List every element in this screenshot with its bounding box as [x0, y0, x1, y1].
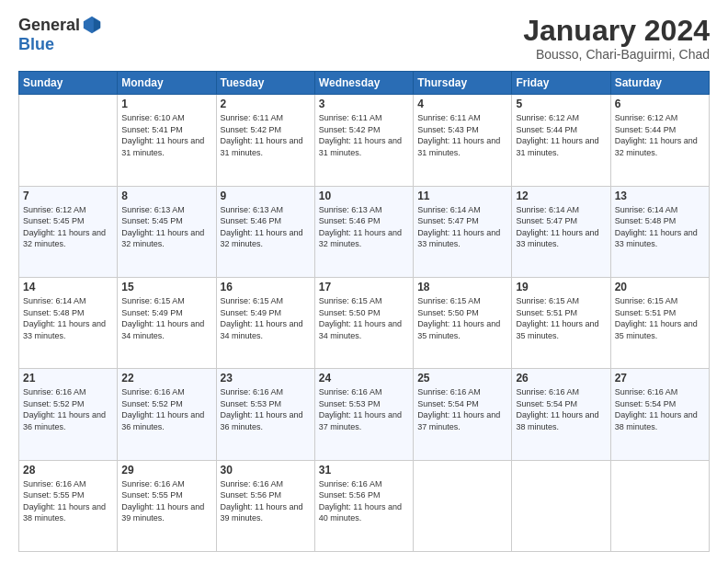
logo-icon	[82, 15, 102, 35]
cell-info: Sunrise: 6:11 AMSunset: 5:43 PMDaylight:…	[417, 113, 500, 157]
cell-info: Sunrise: 6:16 AMSunset: 5:56 PMDaylight:…	[319, 479, 402, 523]
calendar-cell: 12Sunrise: 6:14 AMSunset: 5:47 PMDayligh…	[512, 186, 610, 277]
day-number: 16	[221, 281, 311, 293]
day-number: 2	[221, 98, 311, 110]
cell-info: Sunrise: 6:14 AMSunset: 5:48 PMDaylight:…	[23, 296, 106, 340]
calendar-cell: 29Sunrise: 6:16 AMSunset: 5:55 PMDayligh…	[118, 460, 216, 551]
weekday-header-thursday: Thursday	[414, 72, 512, 95]
calendar-cell: 19Sunrise: 6:15 AMSunset: 5:51 PMDayligh…	[512, 277, 610, 368]
cell-info: Sunrise: 6:14 AMSunset: 5:48 PMDaylight:…	[615, 205, 698, 249]
calendar-week-1: 1Sunrise: 6:10 AMSunset: 5:41 PMDaylight…	[19, 95, 710, 186]
day-number: 7	[23, 190, 113, 202]
calendar-cell: 5Sunrise: 6:12 AMSunset: 5:44 PMDaylight…	[512, 95, 610, 186]
calendar-cell: 31Sunrise: 6:16 AMSunset: 5:56 PMDayligh…	[314, 460, 413, 551]
day-number: 29	[121, 464, 211, 477]
logo: General Blue	[18, 15, 102, 54]
day-number: 4	[417, 98, 507, 110]
cell-info: Sunrise: 6:16 AMSunset: 5:56 PMDaylight:…	[221, 479, 303, 523]
day-number: 14	[23, 281, 113, 293]
cell-info: Sunrise: 6:12 AMSunset: 5:44 PMDaylight:…	[516, 113, 598, 157]
cell-info: Sunrise: 6:16 AMSunset: 5:55 PMDaylight:…	[121, 479, 204, 523]
cell-info: Sunrise: 6:13 AMSunset: 5:45 PMDaylight:…	[121, 205, 204, 249]
page: General Blue January 2024 Bousso, Chari-…	[0, 0, 728, 563]
day-number: 11	[417, 190, 507, 202]
logo-blue-text: Blue	[18, 35, 54, 54]
month-title: January 2024	[523, 15, 710, 47]
calendar-week-3: 14Sunrise: 6:14 AMSunset: 5:48 PMDayligh…	[19, 277, 710, 368]
calendar-week-5: 28Sunrise: 6:16 AMSunset: 5:55 PMDayligh…	[19, 460, 710, 551]
location-subtitle: Bousso, Chari-Baguirmi, Chad	[523, 47, 710, 62]
weekday-header-tuesday: Tuesday	[216, 72, 314, 95]
day-number: 31	[319, 464, 409, 477]
cell-info: Sunrise: 6:12 AMSunset: 5:44 PMDaylight:…	[615, 113, 698, 157]
calendar-cell: 23Sunrise: 6:16 AMSunset: 5:53 PMDayligh…	[216, 369, 314, 460]
cell-info: Sunrise: 6:16 AMSunset: 5:52 PMDaylight:…	[23, 387, 106, 431]
day-number: 27	[615, 372, 705, 385]
calendar-cell: 3Sunrise: 6:11 AMSunset: 5:42 PMDaylight…	[314, 95, 413, 186]
cell-info: Sunrise: 6:15 AMSunset: 5:50 PMDaylight:…	[319, 296, 402, 340]
day-number: 28	[23, 464, 113, 477]
calendar-cell: 14Sunrise: 6:14 AMSunset: 5:48 PMDayligh…	[19, 277, 118, 368]
day-number: 20	[615, 281, 705, 293]
cell-info: Sunrise: 6:13 AMSunset: 5:46 PMDaylight:…	[221, 205, 303, 249]
cell-info: Sunrise: 6:11 AMSunset: 5:42 PMDaylight:…	[319, 113, 402, 157]
calendar-table: SundayMondayTuesdayWednesdayThursdayFrid…	[18, 71, 710, 552]
cell-info: Sunrise: 6:16 AMSunset: 5:52 PMDaylight:…	[121, 387, 204, 431]
cell-info: Sunrise: 6:12 AMSunset: 5:45 PMDaylight:…	[23, 205, 106, 249]
calendar-cell: 4Sunrise: 6:11 AMSunset: 5:43 PMDaylight…	[414, 95, 512, 186]
cell-info: Sunrise: 6:14 AMSunset: 5:47 PMDaylight:…	[516, 205, 598, 249]
cell-info: Sunrise: 6:11 AMSunset: 5:42 PMDaylight:…	[221, 113, 303, 157]
calendar-cell: 30Sunrise: 6:16 AMSunset: 5:56 PMDayligh…	[216, 460, 314, 551]
calendar-cell: 6Sunrise: 6:12 AMSunset: 5:44 PMDaylight…	[610, 95, 709, 186]
logo-general-text: General	[18, 16, 80, 35]
cell-info: Sunrise: 6:13 AMSunset: 5:46 PMDaylight:…	[319, 205, 402, 249]
cell-info: Sunrise: 6:15 AMSunset: 5:50 PMDaylight:…	[417, 296, 500, 340]
calendar-cell	[414, 460, 512, 551]
calendar-cell: 9Sunrise: 6:13 AMSunset: 5:46 PMDaylight…	[216, 186, 314, 277]
calendar-week-2: 7Sunrise: 6:12 AMSunset: 5:45 PMDaylight…	[19, 186, 710, 277]
day-number: 26	[516, 372, 606, 385]
calendar-week-4: 21Sunrise: 6:16 AMSunset: 5:52 PMDayligh…	[19, 369, 710, 460]
calendar-cell: 26Sunrise: 6:16 AMSunset: 5:54 PMDayligh…	[512, 369, 610, 460]
calendar-cell: 1Sunrise: 6:10 AMSunset: 5:41 PMDaylight…	[118, 95, 216, 186]
cell-info: Sunrise: 6:16 AMSunset: 5:53 PMDaylight:…	[319, 387, 402, 431]
day-number: 9	[221, 190, 311, 202]
calendar-cell: 18Sunrise: 6:15 AMSunset: 5:50 PMDayligh…	[414, 277, 512, 368]
cell-info: Sunrise: 6:16 AMSunset: 5:53 PMDaylight:…	[221, 387, 303, 431]
calendar-cell: 2Sunrise: 6:11 AMSunset: 5:42 PMDaylight…	[216, 95, 314, 186]
calendar-cell: 7Sunrise: 6:12 AMSunset: 5:45 PMDaylight…	[19, 186, 118, 277]
cell-info: Sunrise: 6:10 AMSunset: 5:41 PMDaylight:…	[121, 113, 204, 157]
weekday-header-wednesday: Wednesday	[314, 72, 413, 95]
calendar-cell: 16Sunrise: 6:15 AMSunset: 5:49 PMDayligh…	[216, 277, 314, 368]
cell-info: Sunrise: 6:15 AMSunset: 5:51 PMDaylight:…	[516, 296, 598, 340]
day-number: 8	[121, 190, 211, 202]
day-number: 10	[319, 190, 409, 202]
title-block: January 2024 Bousso, Chari-Baguirmi, Cha…	[523, 15, 710, 62]
day-number: 1	[121, 98, 211, 110]
calendar-cell: 24Sunrise: 6:16 AMSunset: 5:53 PMDayligh…	[314, 369, 413, 460]
weekday-header-sunday: Sunday	[19, 72, 118, 95]
calendar-cell: 17Sunrise: 6:15 AMSunset: 5:50 PMDayligh…	[314, 277, 413, 368]
day-number: 23	[221, 372, 311, 385]
day-number: 30	[221, 464, 311, 477]
cell-info: Sunrise: 6:16 AMSunset: 5:54 PMDaylight:…	[615, 387, 698, 431]
calendar-cell: 25Sunrise: 6:16 AMSunset: 5:54 PMDayligh…	[414, 369, 512, 460]
day-number: 21	[23, 372, 113, 385]
calendar-cell: 8Sunrise: 6:13 AMSunset: 5:45 PMDaylight…	[118, 186, 216, 277]
day-number: 15	[121, 281, 211, 293]
cell-info: Sunrise: 6:15 AMSunset: 5:49 PMDaylight:…	[121, 296, 204, 340]
cell-info: Sunrise: 6:15 AMSunset: 5:49 PMDaylight:…	[221, 296, 303, 340]
day-number: 13	[615, 190, 705, 202]
day-number: 25	[417, 372, 507, 385]
day-number: 19	[516, 281, 606, 293]
header: General Blue January 2024 Bousso, Chari-…	[18, 15, 710, 62]
day-number: 22	[121, 372, 211, 385]
cell-info: Sunrise: 6:14 AMSunset: 5:47 PMDaylight:…	[417, 205, 500, 249]
day-number: 12	[516, 190, 606, 202]
weekday-header-row: SundayMondayTuesdayWednesdayThursdayFrid…	[19, 72, 710, 95]
day-number: 24	[319, 372, 409, 385]
calendar-cell: 11Sunrise: 6:14 AMSunset: 5:47 PMDayligh…	[414, 186, 512, 277]
day-number: 17	[319, 281, 409, 293]
calendar-cell	[610, 460, 709, 551]
calendar-cell: 27Sunrise: 6:16 AMSunset: 5:54 PMDayligh…	[610, 369, 709, 460]
